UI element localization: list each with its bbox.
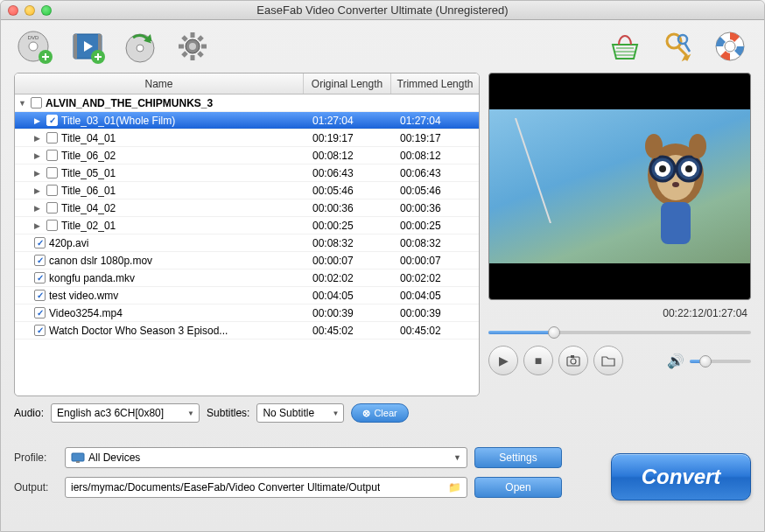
open-folder-button[interactable] bbox=[593, 346, 623, 375]
stop-button[interactable]: ■ bbox=[523, 346, 553, 375]
original-length: 00:08:32 bbox=[304, 237, 391, 249]
item-name: Title_03_01(Whole Film) bbox=[61, 115, 175, 127]
output-path-input[interactable]: iers/mymac/Documents/EaseFab/Video Conve… bbox=[65, 477, 467, 498]
add-dvd-button[interactable]: DVD bbox=[14, 25, 56, 67]
table-row[interactable]: canon dslr 1080p.mov 00:00:07 00:00:07 bbox=[15, 252, 479, 270]
profile-dropdown[interactable]: All Devices bbox=[65, 447, 467, 468]
play-button[interactable]: ▶ bbox=[488, 346, 518, 375]
checkbox[interactable] bbox=[46, 150, 58, 161]
expand-toggle-icon[interactable]: ▶ bbox=[34, 134, 43, 143]
close-window-button[interactable] bbox=[8, 5, 18, 16]
playback-controls: ▶ ■ 🔊 bbox=[488, 346, 751, 375]
checkbox[interactable] bbox=[46, 132, 58, 144]
svg-line-16 bbox=[183, 37, 186, 40]
svg-point-35 bbox=[685, 165, 692, 172]
table-row[interactable]: Watch Doctor Who Season 3 Episod... 00:4… bbox=[15, 322, 479, 340]
table-row[interactable]: ▶Title_06_02 00:08:12 00:08:12 bbox=[15, 147, 479, 164]
original-length: 00:08:12 bbox=[304, 150, 391, 162]
table-row[interactable]: 420p.avi 00:08:32 00:08:32 bbox=[15, 234, 479, 252]
svg-point-20 bbox=[189, 43, 196, 50]
expand-toggle-icon[interactable]: ▶ bbox=[34, 169, 43, 178]
volume-slider[interactable] bbox=[690, 355, 751, 366]
convert-button[interactable]: Convert bbox=[611, 453, 751, 500]
checkbox[interactable] bbox=[34, 325, 46, 336]
trimmed-length: 00:00:07 bbox=[391, 255, 479, 267]
checkbox[interactable] bbox=[46, 220, 58, 231]
minimize-window-button[interactable] bbox=[25, 5, 35, 16]
output-section: Profile: All Devices Settings Output: ie… bbox=[1, 430, 764, 515]
original-length: 00:06:43 bbox=[304, 167, 391, 179]
settings-button[interactable]: Settings bbox=[474, 447, 562, 468]
table-row[interactable]: ▶Title_02_01 00:00:25 00:00:25 bbox=[15, 217, 479, 234]
help-button[interactable] bbox=[709, 25, 751, 67]
item-name: Video3254.mp4 bbox=[49, 307, 123, 319]
expand-toggle-icon[interactable]: ▼ bbox=[18, 99, 27, 108]
table-row[interactable]: Video3254.mp4 00:00:39 00:00:39 bbox=[15, 304, 479, 322]
add-video-button[interactable] bbox=[67, 25, 109, 67]
rope-decoration bbox=[507, 118, 559, 223]
preview-panel: 00:22:12/01:27:04 ▶ ■ 🔊 bbox=[488, 73, 751, 396]
shop-button[interactable] bbox=[604, 25, 646, 67]
svg-point-10 bbox=[137, 45, 144, 52]
trimmed-length: 00:00:36 bbox=[391, 202, 479, 214]
subtitles-label: Subtitles: bbox=[207, 407, 249, 419]
subtitles-dropdown[interactable]: No Subtitle bbox=[256, 403, 344, 423]
column-original-length[interactable]: Original Length bbox=[304, 74, 391, 94]
snapshot-button[interactable] bbox=[558, 346, 588, 375]
video-preview[interactable] bbox=[488, 73, 751, 300]
item-name: kongfu panda.mkv bbox=[49, 272, 135, 284]
list-header: Name Original Length Trimmed Length bbox=[15, 74, 479, 94]
settings-button[interactable] bbox=[172, 25, 214, 67]
checkbox[interactable] bbox=[46, 115, 58, 126]
table-row[interactable]: ▶Title_04_01 00:19:17 00:19:17 bbox=[15, 130, 479, 147]
checkbox[interactable] bbox=[31, 97, 42, 108]
checkbox[interactable] bbox=[34, 237, 46, 248]
svg-point-36 bbox=[672, 182, 679, 187]
svg-rect-37 bbox=[661, 202, 691, 244]
checkbox[interactable] bbox=[34, 272, 46, 284]
volume-icon[interactable]: 🔊 bbox=[667, 353, 684, 369]
trimmed-length: 00:08:32 bbox=[391, 237, 479, 249]
table-row[interactable]: kongfu panda.mkv 00:02:02 00:02:02 bbox=[15, 270, 479, 287]
table-row[interactable]: ▶Title_04_02 00:00:36 00:00:36 bbox=[15, 200, 479, 217]
expand-toggle-icon[interactable]: ▶ bbox=[34, 116, 43, 125]
browse-folder-icon[interactable]: 📁 bbox=[448, 481, 461, 494]
output-label: Output: bbox=[14, 481, 58, 494]
table-row[interactable]: ▶Title_06_01 00:05:46 00:05:46 bbox=[15, 182, 479, 200]
column-name[interactable]: Name bbox=[15, 74, 304, 94]
table-row[interactable]: ▶Title_03_01(Whole Film) 01:27:04 01:27:… bbox=[15, 112, 479, 130]
checkbox[interactable] bbox=[46, 167, 58, 178]
checkbox[interactable] bbox=[34, 290, 46, 301]
expand-toggle-icon[interactable]: ▶ bbox=[34, 221, 43, 230]
svg-point-39 bbox=[689, 134, 706, 158]
zoom-window-button[interactable] bbox=[41, 5, 52, 16]
table-row[interactable]: ▼ ALVIN_AND_THE_CHIPMUNKS_3 bbox=[15, 94, 479, 112]
table-row[interactable]: ▶Title_05_01 00:06:43 00:06:43 bbox=[15, 164, 479, 182]
checkbox[interactable] bbox=[34, 307, 46, 318]
expand-toggle-icon[interactable]: ▶ bbox=[34, 204, 43, 213]
clear-button[interactable]: ⊗Clear bbox=[351, 403, 408, 423]
playback-slider[interactable] bbox=[488, 326, 751, 337]
original-length: 00:00:39 bbox=[304, 307, 391, 319]
open-button[interactable]: Open bbox=[474, 477, 562, 498]
window-controls bbox=[8, 5, 52, 16]
svg-line-19 bbox=[199, 37, 202, 40]
checkbox[interactable] bbox=[46, 185, 58, 196]
expand-toggle-icon[interactable]: ▶ bbox=[34, 186, 43, 195]
window-title: EaseFab Video Converter Ultimate (Unregi… bbox=[1, 4, 764, 17]
original-length: 00:04:05 bbox=[304, 290, 391, 302]
list-body: ▼ ALVIN_AND_THE_CHIPMUNKS_3 ▶Title_03_01… bbox=[15, 94, 479, 396]
register-button[interactable] bbox=[656, 25, 698, 67]
item-name: canon dslr 1080p.mov bbox=[49, 255, 152, 267]
svg-rect-42 bbox=[571, 355, 574, 358]
audio-dropdown[interactable]: English ac3 6CH[0x80] bbox=[51, 403, 200, 423]
svg-rect-44 bbox=[76, 461, 80, 463]
trimmed-length: 00:00:25 bbox=[391, 220, 479, 232]
expand-toggle-icon[interactable]: ▶ bbox=[34, 151, 43, 160]
refresh-disc-button[interactable] bbox=[119, 25, 161, 67]
table-row[interactable]: test video.wmv 00:04:05 00:04:05 bbox=[15, 287, 479, 304]
column-trimmed-length[interactable]: Trimmed Length bbox=[391, 74, 479, 94]
item-name: Title_06_01 bbox=[61, 185, 116, 197]
checkbox[interactable] bbox=[34, 255, 46, 266]
checkbox[interactable] bbox=[46, 202, 58, 214]
